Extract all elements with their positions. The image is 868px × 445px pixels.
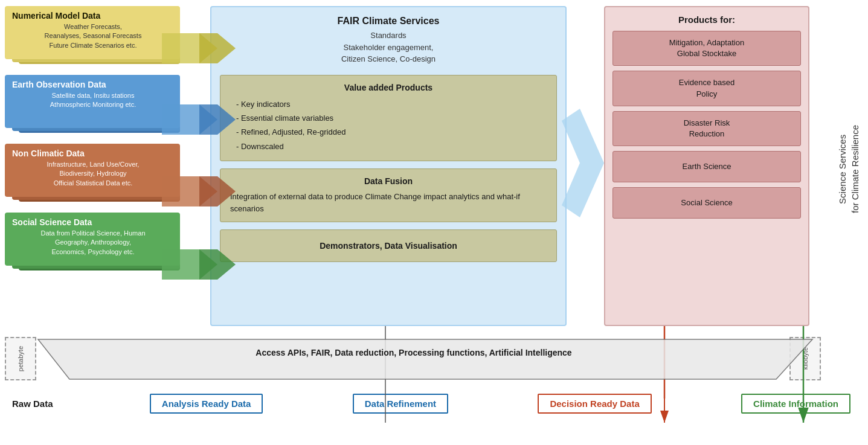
bottom-labels-row: Raw Data Analysis Ready Data Data Refine… (5, 394, 850, 414)
nonclimatic-stack: Non Climatic Data Infrastructure, Land U… (5, 144, 180, 203)
earthobs-title: Earth Observation Data (12, 80, 174, 89)
social-science-stack: Social Science Data Data from Political … (5, 213, 180, 272)
products-title: Products for: (612, 14, 801, 25)
data-fusion-text: Integration of external data to produce … (230, 191, 547, 214)
product-disaster: Disaster RiskReduction (612, 111, 801, 146)
social-subtitle: Data from Political Science, HumanGeogra… (12, 229, 174, 257)
svg-marker-15 (562, 109, 604, 217)
nonclimatic-title: Non Climatic Data (12, 149, 174, 158)
svg-marker-20 (38, 339, 812, 379)
list-item-2: - Essential climate variables (236, 111, 547, 125)
list-item-1: - Key indicators (236, 97, 547, 111)
vertical-label: Science Servicesfor Climate Resilience (838, 24, 860, 314)
product-evidence: Evidence basedPolicy (612, 71, 801, 106)
data-fusion-title: Data Fusion (230, 176, 547, 186)
analysis-ready-label: Analysis Ready Data (150, 394, 263, 414)
vertical-label-text: Science Servicesfor Climate Resilience (836, 125, 861, 213)
fair-title: FAIR Climate Services (220, 16, 557, 27)
left-inputs-column: Numerical Model Data Weather Forecasts,R… (5, 6, 180, 281)
value-added-title: Value added Products (230, 83, 547, 92)
petabyte-label: petabyte (5, 337, 36, 380)
products-box: Products for: Mitigation, AdaptationGlob… (604, 6, 809, 326)
demonstrators-box: Demonstrators, Data Visualisation (220, 229, 557, 262)
kilobyte-label: kilobyte (789, 337, 821, 380)
list-item-4: - Downscaled (236, 139, 547, 153)
social-title: Social Science Data (12, 217, 174, 227)
earth-obs-stack: Earth Observation Data Satellite data, I… (5, 75, 180, 134)
climate-information-label: Climate Information (741, 394, 850, 414)
earthobs-subtitle: Satellite data, Insitu stationsAthmosphe… (12, 91, 174, 110)
fair-subtitle: StandardsStakeholder engagement,Citizen … (220, 30, 557, 65)
numerical-title: Numerical Model Data (12, 11, 174, 21)
numerical-model-stack: Numerical Model Data Weather Forecasts,R… (5, 6, 180, 65)
raw-data-label: Raw Data (5, 395, 60, 412)
product-earth-science: Earth Science (612, 151, 801, 182)
fair-climate-services-box: FAIR Climate Services StandardsStakehold… (210, 6, 567, 326)
trapezoid-label: Access APIs, FAIR, Data reduction, Proce… (256, 348, 571, 357)
demonstrators-title: Demonstrators, Data Visualisation (230, 241, 547, 251)
trapezoid-text-overlay: Access APIs, FAIR, Data reduction, Proce… (0, 347, 828, 358)
numerical-subtitle: Weather Forecasts,Reanalyses, Seasonal F… (12, 22, 174, 50)
product-mitigation: Mitigation, AdaptationGlobal Stocktake (612, 31, 801, 66)
data-refinement-label: Data Refinement (353, 394, 448, 414)
value-added-list: - Key indicators - Essential climate var… (230, 97, 547, 154)
list-item-3: - Refined, Adjusted, Re-gridded (236, 125, 547, 139)
value-added-box: Value added Products - Key indicators - … (220, 75, 557, 162)
data-fusion-box: Data Fusion Integration of external data… (220, 168, 557, 222)
nonclimatic-subtitle: Infrastructure, Land Use/Cover,Biodivers… (12, 160, 174, 188)
decision-ready-label: Decision Ready Data (538, 394, 651, 414)
product-social-science: Social Science (612, 187, 801, 219)
